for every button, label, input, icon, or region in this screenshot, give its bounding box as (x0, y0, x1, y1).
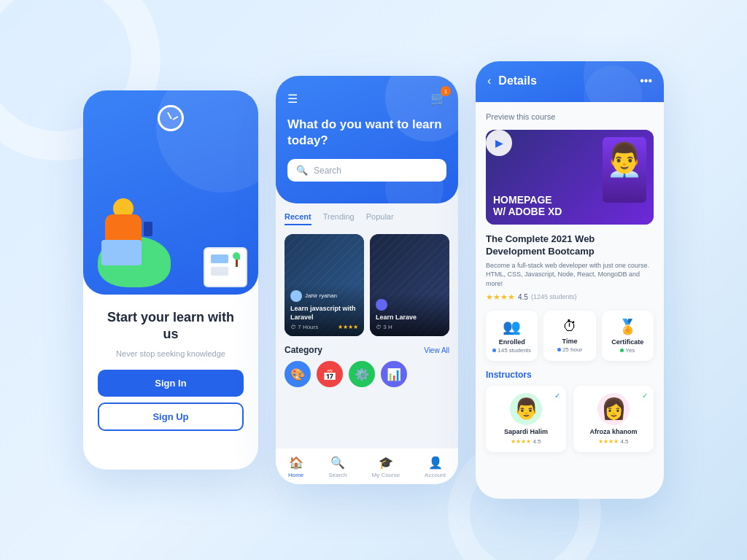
stats-row: 👥 Enrolled 145 students ⏱ Time 25 hour 🏅… (486, 311, 654, 361)
category-icon-1[interactable]: 🎨 (285, 361, 311, 387)
details-body: Preview this course HOMEPAGE W/ ADOBE XD… (476, 102, 664, 499)
course-card-1[interactable]: Jahir ryahan Learn javascript with Larav… (285, 234, 364, 336)
view-all-link[interactable]: View All (424, 346, 449, 354)
nav-home[interactable]: 🏠 Home (288, 456, 303, 478)
course-title-1: Learn javascript with Laravel (290, 305, 358, 322)
instructor-avatar-1: 👨 (510, 393, 542, 425)
video-text-line1: HOMEPAGE (493, 194, 552, 206)
nav-mycourse-label: My Course (372, 472, 400, 478)
account-icon: 👤 (428, 456, 443, 470)
instructor-avatar-2: 👩 (597, 393, 630, 425)
instructor-stars-2: ★★★★ (598, 438, 619, 445)
enrolled-dot (492, 349, 496, 352)
home-icon: 🏠 (289, 456, 303, 470)
cart-badge: 1 (441, 86, 451, 96)
course-info: The Complete 2021 Web Development Bootca… (486, 233, 654, 302)
author-avatar-1 (290, 290, 302, 302)
video-text-line2: W/ ADOBE XD (493, 206, 562, 217)
course-duration-2: ⏱ 3 H (376, 324, 392, 330)
nav-search-label: Search (328, 472, 347, 478)
tab-trending[interactable]: Trending (323, 212, 355, 225)
instructor-card-1[interactable]: ✓ 👨 Sapardi Halim ★★★★ 4.5 (486, 386, 566, 452)
person-figure (105, 214, 142, 265)
course-info-desc: Become a full-stack web developer with j… (486, 261, 654, 289)
browse-body: Recent Trending Popular Jahir ryahan L (276, 203, 458, 448)
category-header: Category View All (285, 345, 449, 355)
verified-badge-2: ✓ (642, 392, 648, 400)
nav-home-label: Home (288, 472, 303, 478)
certificate-label: Certificate (606, 338, 649, 346)
onboarding-subtitle: Never stop seeking knowledge (116, 349, 225, 358)
nav-account[interactable]: 👤 Account (425, 456, 446, 478)
mycourse-icon: 🎓 (379, 456, 393, 470)
illustration (83, 134, 258, 295)
onboarding-illustration (83, 90, 258, 295)
course-card-2[interactable]: Learn Larave ⏱ 3 H (370, 234, 449, 336)
instructor-stars-1: ★★★★ (511, 438, 531, 445)
instructor-name-2: Afroza khanom (589, 428, 637, 435)
signin-button[interactable]: Sign In (98, 370, 244, 397)
details-title: Details (498, 74, 632, 88)
instructor-photo: 👨 (603, 137, 646, 203)
browse-heading: What do you want to learn today? (287, 117, 446, 149)
more-button[interactable]: ••• (640, 74, 652, 88)
details-screen: ‹ Details ••• Preview this course HOMEPA… (476, 61, 664, 499)
search-bar[interactable]: 🔍 Search (287, 159, 446, 182)
onboarding-title: Start your learn with us (98, 309, 244, 343)
author-avatar-2 (376, 299, 387, 311)
plant-shape (231, 252, 242, 267)
browse-header: ☰ 🛒 1 What do you want to learn today? 🔍… (276, 76, 458, 203)
hamburger-icon[interactable]: ☰ (287, 92, 298, 106)
video-text: HOMEPAGE W/ ADOBE XD (493, 195, 562, 217)
back-button[interactable]: ‹ (487, 74, 491, 88)
search-placeholder-text: Search (314, 166, 341, 176)
rating-row: ★★★★ 4.5 (1245 students) (486, 292, 654, 302)
enrolled-icon: 👥 (490, 318, 533, 335)
certificate-dot (620, 349, 624, 352)
time-dot (557, 348, 561, 351)
time-icon: ⏱ (548, 318, 591, 335)
search-nav-icon: 🔍 (330, 456, 345, 470)
category-icon-3[interactable]: ⚙️ (349, 361, 375, 387)
clock-icon (158, 105, 184, 131)
tab-recent[interactable]: Recent (285, 212, 311, 225)
course-title-2: Learn Larave (376, 314, 444, 322)
person-body (105, 214, 142, 265)
video-thumbnail[interactable]: HOMEPAGE W/ ADOBE XD 👨 ▶ (486, 130, 654, 225)
instructor-rating-num-1: 4.5 (533, 438, 541, 445)
tabs-row: Recent Trending Popular (285, 212, 449, 225)
browse-screen: ☰ 🛒 1 What do you want to learn today? 🔍… (276, 76, 458, 484)
author-name-1: Jahir ryahan (305, 292, 337, 299)
courses-row: Jahir ryahan Learn javascript with Larav… (285, 234, 449, 336)
laptop-shape (101, 240, 142, 265)
nav-search[interactable]: 🔍 Search (328, 456, 347, 478)
cart-icon[interactable]: 🛒 1 (430, 90, 446, 106)
category-icon-2[interactable]: 📅 (317, 361, 343, 387)
instructors-row: ✓ 👨 Sapardi Halim ★★★★ 4.5 ✓ 👩 Afroza kh… (486, 386, 654, 452)
category-icons-row: 🎨 📅 ⚙️ 📊 (285, 361, 449, 387)
onboarding-content: Start your learn with us Never stop seek… (83, 295, 258, 470)
certificate-icon: 🏅 (606, 318, 649, 335)
stat-enrolled: 👥 Enrolled 145 students (486, 311, 538, 361)
instructor-rating-1: ★★★★ 4.5 (511, 438, 541, 445)
enrolled-label: Enrolled (490, 338, 533, 346)
rating-number: 4.5 (518, 293, 528, 301)
signup-button[interactable]: Sign Up (98, 402, 244, 431)
category-icon-4[interactable]: 📊 (381, 361, 407, 387)
course-overlay-1: Jahir ryahan Learn javascript with Larav… (285, 284, 364, 336)
course-stars: ★★★★ (486, 292, 515, 302)
tab-popular[interactable]: Popular (366, 212, 394, 225)
instructor-name-1: Sapardi Halim (504, 428, 548, 435)
instructors-section: Instructors ✓ 👨 Sapardi Halim ★★★★ 4.5 ✓… (486, 370, 654, 452)
instructors-title: Instructors (486, 370, 654, 380)
stat-certificate: 🏅 Certificate Yes (602, 311, 654, 361)
play-button[interactable]: ▶ (486, 130, 512, 156)
category-label: Category (285, 345, 322, 355)
certificate-value: Yes (606, 347, 649, 354)
nav-mycourse[interactable]: 🎓 My Course (372, 456, 400, 478)
instructor-card-2[interactable]: ✓ 👩 Afroza khanom ★★★★ 4.5 (573, 386, 654, 452)
nav-account-label: Account (425, 472, 446, 478)
course-stars-1: ★★★★ (338, 324, 358, 330)
search-icon: 🔍 (296, 165, 308, 176)
preview-label: Preview this course (486, 112, 654, 121)
